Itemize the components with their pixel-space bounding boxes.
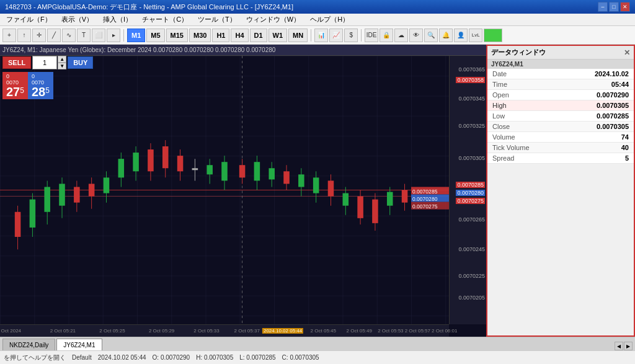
svg-rect-7 [30,200,36,228]
price-label-8: 0.0070265 [458,216,485,223]
status-close: C: 0.0070305 [282,354,319,361]
title-text: 1482703 - AMPGlobalUSA-Demo: デモ口座 - Nett… [5,2,293,12]
chart-header: JY6Z24, M1: Japanese Yen (Globex): Decem… [0,45,486,56]
svg-rect-47 [328,180,334,196]
search-button[interactable]: 🔍 [424,29,438,42]
account-button[interactable]: 👤 [454,29,468,42]
sell-price-box: 0 0070 275 [2,72,28,99]
time-label-8: 2 Oct 05:53 [378,328,403,334]
crosshair-button[interactable]: ✛ [32,29,46,42]
time-label-current: 2024.10.02 05:44 [262,328,303,334]
curve-button[interactable]: ∿ [62,29,76,42]
time-label-1: 2 Oct 05:21 [50,328,76,334]
svg-rect-23 [148,149,154,171]
tab-scroll-left[interactable]: ◀ [615,342,623,350]
svg-text:0.0070275: 0.0070275 [412,203,438,209]
menu-chart[interactable]: チャート（C） [138,14,192,25]
indicators-button[interactable]: 📈 [329,29,343,42]
buy-button[interactable]: BUY [68,56,93,69]
svg-rect-57 [402,190,408,203]
level-button[interactable]: LvL [469,29,482,42]
status-high: H: 0.0070305 [196,354,233,361]
timeframe-w1[interactable]: W1 [269,29,288,42]
svg-rect-53 [372,200,378,223]
lock-button[interactable]: 🔒 [380,29,393,42]
time-label-7: 2 Oct 05:49 [347,328,372,334]
ide-button[interactable]: IDE [365,29,378,42]
notification-button[interactable]: 🔔 [439,29,453,42]
time-label-10: 2 Oct 06:01 [432,328,457,334]
tab-nkdz24-daily[interactable]: NKDZ24,Daily [2,339,55,350]
status-profile: Default [72,354,92,361]
dw-label-time: Time [492,81,507,88]
dw-value-open: 0.0070290 [597,91,629,99]
tab-jy6z24-m1[interactable]: JY6Z24,M1 [56,339,102,350]
time-label-4: 2 Oct 05:33 [193,328,219,334]
timeframe-h4[interactable]: H4 [231,29,248,42]
more-button[interactable]: ▸ [107,29,120,42]
price-display: 0 0070 275 0 0070 285 [2,72,93,99]
menu-window[interactable]: ウィンドウ（W） [242,14,304,25]
dw-label-tick-volume: Tick Volume [492,144,530,151]
svg-rect-55 [387,192,393,206]
maximize-button[interactable]: □ [609,2,619,12]
price-label-3: 0.0070325 [458,123,485,129]
time-scale: 2 Oct 2024 2 Oct 05:21 2 Oct 05:25 2 Oct… [0,324,449,337]
price-label-11: 0.0070205 [458,295,485,301]
dw-row-volume: Volume 74 [487,132,634,143]
svg-rect-13 [74,187,80,202]
separator3 [361,29,362,42]
title-bar: 1482703 - AMPGlobalUSA-Demo: デモ口座 - Nett… [0,0,635,14]
dw-value-high: 0.0070305 [597,102,629,109]
chart-container[interactable]: JY6Z24, M1: Japanese Yen (Globex): Decem… [0,45,486,337]
quantity-input[interactable] [32,56,57,69]
svg-rect-43 [298,174,304,187]
svg-rect-15 [89,184,95,196]
menu-file[interactable]: ファイル（F） [2,14,55,25]
trading-button[interactable]: $ [344,29,358,42]
sell-price-prefix: 0 [6,73,24,79]
timeframe-h1[interactable]: H1 [212,29,229,42]
close-button[interactable]: ✕ [620,2,630,12]
menu-tools[interactable]: ツール（T） [194,14,240,25]
arrow-button[interactable]: ↑ [17,29,31,42]
tab-bar: NKDZ24,Daily JY6Z24,M1 ◀ ▶ [0,337,635,350]
menu-help[interactable]: ヘルプ（H） [306,14,353,25]
price-scale: 0.0070365 0.0070358 0.0070345 0.0070325 … [449,56,486,324]
timeframe-m5[interactable]: M5 [146,29,164,42]
price-label-2: 0.0070345 [458,95,485,102]
data-window-title: データウィンドウ ✕ [487,46,634,60]
separator2 [311,29,311,42]
sell-price-big: 27 [6,85,20,99]
quantity-stepper[interactable]: ▲ ▼ [58,56,66,69]
sell-button[interactable]: SELL [2,56,31,69]
shapes-button[interactable]: ⬜ [92,29,105,42]
cloud-button[interactable]: ☁ [394,29,408,42]
trading-panel: SELL ▲ ▼ BUY 0 0070 275 [2,56,93,99]
timeframe-m1[interactable]: M1 [127,29,145,42]
price-label-4: 0.0070305 [458,155,485,161]
qty-down-button[interactable]: ▼ [58,63,66,69]
tab-scroll-right[interactable]: ▶ [624,342,633,350]
eye-button[interactable]: 👁 [409,29,423,42]
timeframe-m30[interactable]: M30 [189,29,211,42]
line-button[interactable]: ╱ [47,29,61,42]
menu-insert[interactable]: 挿入（I） [99,14,136,25]
svg-rect-5 [15,212,21,237]
minimize-button[interactable]: – [598,2,608,12]
menu-view[interactable]: 表示（V） [58,14,97,25]
text-button[interactable]: T [77,29,91,42]
price-label-5: 0.0070285 [456,182,485,188]
timeframe-m15[interactable]: M15 [166,29,188,42]
timeframe-mn[interactable]: MN [288,29,308,42]
data-window-close-button[interactable]: ✕ [624,48,630,57]
timeframe-d1[interactable]: D1 [250,29,267,42]
new-chart-button[interactable]: + [2,29,16,42]
dw-value-date: 2024.10.02 [595,70,629,78]
data-window: データウィンドウ ✕ JY6Z24,M1 Date 2024.10.02 Tim… [486,45,635,337]
dw-label-spread: Spread [492,154,514,162]
svg-text:0.0070280: 0.0070280 [412,195,438,202]
qty-up-button[interactable]: ▲ [58,56,66,63]
price-label-10: 0.0070225 [458,273,485,279]
chart-type-button[interactable]: 📊 [314,29,328,42]
